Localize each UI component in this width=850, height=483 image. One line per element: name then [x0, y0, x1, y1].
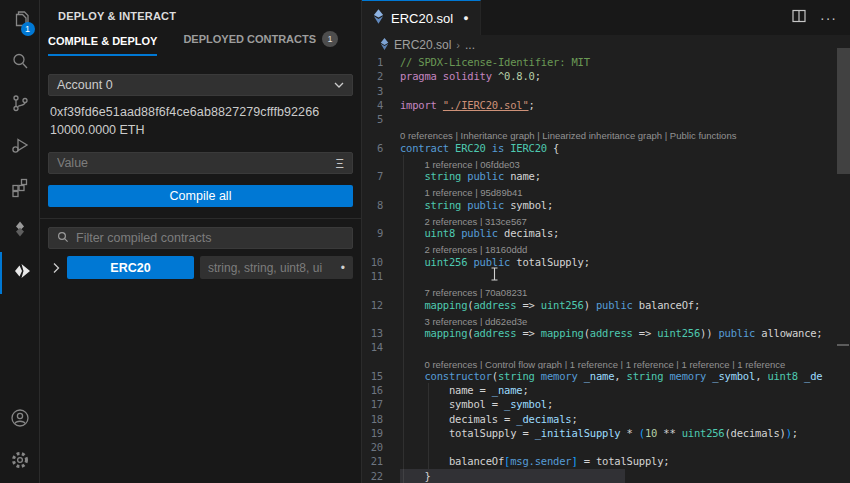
line-number: 20 — [362, 440, 400, 454]
breadcrumb-file[interactable]: ERC20.sol — [394, 38, 451, 52]
code-line[interactable]: 18 decimals = _decimals; — [362, 412, 850, 426]
vertical-scrollbar[interactable] — [837, 48, 850, 174]
ethereum-icon — [380, 38, 389, 53]
search-icon — [8, 49, 32, 77]
line-number — [362, 312, 400, 326]
code-line[interactable]: 15 constructor(string memory _name, stri… — [362, 369, 850, 383]
code-line[interactable]: 21 balanceOf[msg.sender] = totalSupply; — [362, 454, 850, 468]
constructor-args-field[interactable]: string, string, uint8, ui • — [200, 256, 353, 279]
code-line[interactable]: 2pragma solidity ^0.8.0; — [362, 69, 850, 83]
source-control-tab[interactable] — [0, 84, 40, 126]
panel-tabs: COMPILE & DEPLOY DEPLOYED CONTRACTS 1 — [40, 26, 361, 56]
tab-erc20-sol[interactable]: ERC20.sol ● — [362, 0, 481, 35]
line-number: 10 — [362, 255, 400, 269]
app-window: 1 — [0, 0, 850, 483]
extensions-icon — [8, 175, 32, 203]
code-line[interactable]: 16 name = _name; — [362, 383, 850, 397]
line-number — [362, 155, 400, 169]
breadcrumb[interactable]: ERC20.sol › ... — [362, 35, 850, 55]
compile-all-button[interactable]: Compile all — [48, 185, 353, 207]
line-number — [362, 183, 400, 197]
line-number: 9 — [362, 226, 400, 240]
code-line[interactable]: 5 — [362, 112, 850, 126]
code-line[interactable]: 1// SPDX-License-Identifier: MIT — [362, 55, 850, 69]
codelens-row[interactable]: 1 reference | 06fdde03 — [362, 155, 850, 169]
deployed-count-badge: 1 — [322, 31, 338, 47]
line-number: 18 — [362, 412, 400, 426]
text-cursor-icon — [490, 266, 499, 285]
settings-button[interactable] — [0, 441, 40, 483]
codelens-row[interactable]: 1 reference | 95d89b41 — [362, 183, 850, 197]
split-editor-icon[interactable] — [792, 9, 806, 27]
tab-compile-deploy[interactable]: COMPILE & DEPLOY — [48, 35, 157, 56]
breadcrumb-separator: › — [456, 39, 460, 51]
code-line[interactable]: 14 — [362, 340, 850, 354]
line-number — [362, 240, 400, 254]
line-number: 6 — [362, 141, 400, 155]
account-button[interactable] — [0, 399, 40, 441]
line-number: 1 — [362, 55, 400, 69]
chevron-right-icon[interactable] — [52, 262, 61, 274]
line-number: 17 — [362, 397, 400, 411]
solidity-tab[interactable] — [0, 210, 40, 252]
codelens-row[interactable]: 0 references | Control flow graph | 1 re… — [362, 355, 850, 369]
codelens-row[interactable]: 2 references | 18160ddd — [362, 240, 850, 254]
activity-bar: 1 — [0, 0, 40, 483]
line-number — [362, 126, 400, 140]
code-line[interactable]: 7 string public name; — [362, 169, 850, 183]
more-actions-icon[interactable]: ··· — [820, 13, 837, 23]
value-input[interactable] — [57, 156, 257, 170]
overview-ruler-mark — [837, 344, 849, 346]
search-tab[interactable] — [0, 42, 40, 84]
code-line[interactable]: 13 mapping(address => mapping(address =>… — [362, 326, 850, 340]
line-number: 14 — [362, 340, 400, 354]
line-number — [362, 355, 400, 369]
codelens-row[interactable]: 0 references | Inheritance graph | Linea… — [362, 126, 850, 140]
code-line[interactable]: 11 — [362, 269, 850, 283]
gear-icon — [8, 448, 32, 476]
tab-deployed-contracts[interactable]: DEPLOYED CONTRACTS 1 — [183, 31, 338, 56]
contract-row: ERC20 string, string, uint8, ui • — [48, 256, 353, 279]
line-number: 22 — [362, 469, 400, 483]
codelens-row[interactable]: 7 references | 70a08231 — [362, 283, 850, 297]
run-debug-tab[interactable] — [0, 126, 40, 168]
code-line[interactable]: 3 — [362, 84, 850, 98]
eth-unit-icon[interactable]: Ξ — [336, 156, 344, 171]
code-line[interactable]: 4import "./IERC20.sol"; — [362, 98, 850, 112]
code-line[interactable]: 19 totalSupply = _initialSupply * (10 **… — [362, 426, 850, 440]
account-select[interactable]: Account 0 — [48, 74, 353, 96]
code-line[interactable]: 8 string public symbol; — [362, 198, 850, 212]
deploy-panel: DEPLOY & INTERACT COMPILE & DEPLOY DEPLO… — [40, 0, 362, 483]
debug-play-icon — [8, 133, 32, 161]
code-line[interactable]: 10 uint256 public totalSupply; — [362, 255, 850, 269]
line-number: 13 — [362, 326, 400, 340]
deploy-erc20-button[interactable]: ERC20 — [67, 256, 194, 279]
filter-search-icon — [57, 231, 69, 246]
code-line[interactable]: 20 — [362, 440, 850, 454]
breadcrumb-more[interactable]: ... — [465, 38, 475, 52]
code-line[interactable]: 22 } — [362, 469, 850, 483]
unsaved-dot-icon: ● — [463, 13, 468, 23]
code-line[interactable]: 6contract ERC20 is IERC20 { — [362, 141, 850, 155]
codelens-row[interactable]: 2 references | 313ce567 — [362, 212, 850, 226]
code-line[interactable]: 9 uint8 public decimals; — [362, 226, 850, 240]
deploy-arrow-icon — [9, 259, 33, 287]
line-number — [362, 283, 400, 297]
code-line[interactable]: 12 mapping(address => uint256) public ba… — [362, 298, 850, 312]
explorer-tab[interactable]: 1 — [0, 0, 40, 42]
codelens-row[interactable]: 3 references | dd62ed3e — [362, 312, 850, 326]
git-branch-icon — [8, 91, 32, 119]
filter-field-wrap — [48, 227, 353, 249]
line-number: 4 — [362, 98, 400, 112]
panel-title: DEPLOY & INTERACT — [40, 0, 361, 26]
line-number: 5 — [362, 112, 400, 126]
line-number: 16 — [362, 383, 400, 397]
code-area[interactable]: 1// SPDX-License-Identifier: MIT2pragma … — [362, 55, 850, 483]
code-line[interactable]: 17 symbol = _symbol; — [362, 397, 850, 411]
line-number: 21 — [362, 454, 400, 468]
filter-contracts-input[interactable] — [76, 231, 316, 245]
deploy-interact-tab[interactable] — [0, 252, 40, 294]
account-icon — [8, 406, 32, 434]
code-editor: ERC20.sol ● ··· ERC20.sol › ... 1// SPDX… — [362, 0, 850, 483]
extensions-tab[interactable] — [0, 168, 40, 210]
